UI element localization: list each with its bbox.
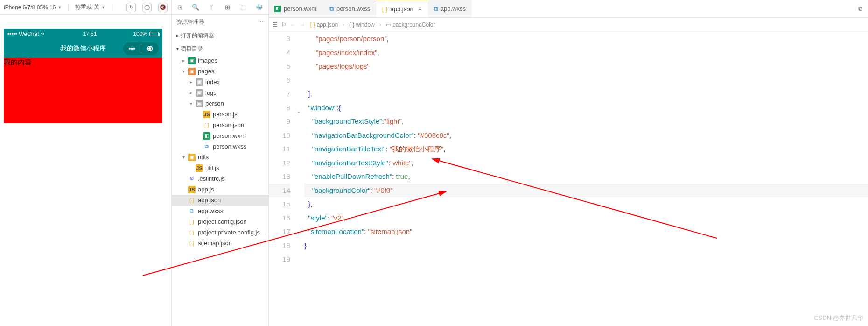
code-line[interactable]: "navigationBarTitleText": "我的微信小程序", <box>304 142 868 156</box>
file-app-js[interactable]: JSapp.js <box>172 184 268 195</box>
editor-panel: ◧person.wxml ⧉person.wxss { }app.json× ⧉… <box>269 0 868 326</box>
code-line[interactable]: ], <box>304 87 868 101</box>
code-line[interactable]: "window":{ <box>304 101 868 115</box>
status-bar: ••••• WeChatᯤ 17:51 100% <box>4 29 162 39</box>
code-line[interactable]: "pages/logs/logs" <box>304 59 868 73</box>
file-project-private-config[interactable]: { }project.private.config.js… <box>172 227 268 238</box>
explorer-panel: ⎘ 🔍 ᛘ ⊞ ⬚ 🐳 资源管理器 ⋯ ▸打开的编辑器 ▾项目目录 ▸▣imag… <box>172 0 269 326</box>
tab-app-json[interactable]: { }app.json× <box>376 0 428 17</box>
device-selector[interactable]: iPhone 6/7/8 85% 16▼ <box>4 4 62 11</box>
carrier-text: ••••• WeChatᯤ <box>7 31 46 37</box>
code-line[interactable]: "pages/person/person", <box>304 32 868 46</box>
nav-title: 我的微信小程序 <box>60 44 106 53</box>
mute-icon[interactable]: 🔇 <box>158 3 168 12</box>
file-person-json[interactable]: { }person.json <box>172 120 268 130</box>
code-line[interactable]: }, <box>304 197 868 211</box>
capsule-button[interactable]: ••• <box>123 42 159 55</box>
open-editors-section[interactable]: ▸打开的编辑器 <box>172 29 268 42</box>
split-editor-icon[interactable]: ⧉ <box>853 0 868 17</box>
code-line[interactable]: "navigationBarTextStyle":"white", <box>304 156 868 170</box>
bookmark-icon[interactable]: ⚐ <box>281 21 287 28</box>
capsule-close-icon[interactable] <box>141 46 159 51</box>
folder-person[interactable]: ▾▣person <box>172 98 268 109</box>
file-eslintrc[interactable]: ⚙.eslintrc.js <box>172 173 268 184</box>
file-person-js[interactable]: JSperson.js <box>172 109 268 120</box>
battery-indicator: 100% <box>133 31 159 37</box>
code-line[interactable]: "style": "v2", <box>304 211 868 225</box>
explorer-header: 资源管理器 ⋯ <box>172 15 268 29</box>
activity-bar: ⎘ 🔍 ᛘ ⊞ ⬚ 🐳 <box>172 0 268 15</box>
capsule-menu-icon[interactable]: ••• <box>123 45 141 52</box>
phone-preview: ••••• WeChatᯤ 17:51 100% 我的微信小程序 ••• 我的内… <box>4 29 162 123</box>
code-line[interactable]: "backgroundColor": "#0f0" <box>304 184 868 198</box>
code-line[interactable]: } <box>304 239 868 253</box>
tab-person-wxml[interactable]: ◧person.wxml <box>269 0 324 17</box>
search-icon[interactable]: 🔍 <box>191 3 200 12</box>
more-icon[interactable]: ⋯ <box>258 19 264 25</box>
code-line[interactable]: "navigationBarBackgroundColor": "#008c8c… <box>304 128 868 142</box>
watermark: CSDN @亦世凡华 <box>814 314 863 322</box>
tab-app-wxss[interactable]: ⧉app.wxss <box>428 0 472 17</box>
simulator-toolbar: iPhone 6/7/8 85% 16▼ 热重载 关▼ ↻ ◯ 🔇 <box>0 0 171 15</box>
tab-person-wxss[interactable]: ⧉person.wxss <box>324 0 376 17</box>
breadcrumb: ☰ ⚐ ← → { } app.json › { } window › ▭ ba… <box>269 18 868 32</box>
refresh-icon[interactable]: ↻ <box>126 3 136 12</box>
files-icon[interactable]: ⎘ <box>175 3 184 12</box>
close-tab-icon[interactable]: × <box>418 5 422 13</box>
file-sitemap[interactable]: { }sitemap.json <box>172 238 268 248</box>
docker-icon[interactable]: ⬚ <box>239 3 247 12</box>
page-content: 我的内容 <box>4 58 162 123</box>
editor-tabs: ◧person.wxml ⧉person.wxss { }app.json× ⧉… <box>269 0 868 18</box>
nav-bar: 我的微信小程序 ••• <box>4 39 162 58</box>
folder-utils[interactable]: ▾▣utils <box>172 152 268 163</box>
code-line[interactable] <box>304 73 868 87</box>
code-line[interactable] <box>304 252 868 266</box>
project-section[interactable]: ▾项目目录 <box>172 42 268 55</box>
nav-back-icon[interactable]: ← <box>290 21 296 28</box>
file-person-wxml[interactable]: ◧person.wxml <box>172 130 268 141</box>
file-project-config[interactable]: { }project.config.json <box>172 216 268 227</box>
code-line[interactable]: "pages/index/index", <box>304 46 868 60</box>
simulator-panel: iPhone 6/7/8 85% 16▼ 热重载 关▼ ↻ ◯ 🔇 ••••• … <box>0 0 172 326</box>
file-app-wxss[interactable]: ⧉app.wxss <box>172 206 268 216</box>
hot-reload-toggle[interactable]: 热重载 关▼ <box>75 3 105 11</box>
branch-icon[interactable]: ᛘ <box>207 3 216 12</box>
code-line[interactable]: "enablePullDownRefresh": true, <box>304 170 868 184</box>
folder-pages[interactable]: ▾▣pages <box>172 66 268 77</box>
whale-icon[interactable]: 🐳 <box>255 3 263 12</box>
nav-forward-icon[interactable]: → <box>300 21 305 28</box>
file-app-json[interactable]: { }app.json <box>172 195 268 206</box>
extensions-icon[interactable]: ⊞ <box>223 3 231 12</box>
code-line[interactable]: "backgroundTextStyle":"light", <box>304 114 868 128</box>
folder-index[interactable]: ▸▣index <box>172 77 268 87</box>
status-time: 17:51 <box>46 31 133 37</box>
stop-icon[interactable]: ◯ <box>142 3 152 12</box>
code-area[interactable]: 345678910111213141516171819 ⌄ "pages/per… <box>269 32 868 326</box>
folder-logs[interactable]: ▸▣logs <box>172 87 268 98</box>
file-person-wxss[interactable]: ⧉person.wxss <box>172 141 268 152</box>
code-line[interactable]: "sitemapLocation": "sitemap.json" <box>304 225 868 239</box>
file-util-js[interactable]: JSutil.js <box>172 163 268 173</box>
list-icon[interactable]: ☰ <box>273 21 278 28</box>
folder-images[interactable]: ▸▣images <box>172 55 268 66</box>
